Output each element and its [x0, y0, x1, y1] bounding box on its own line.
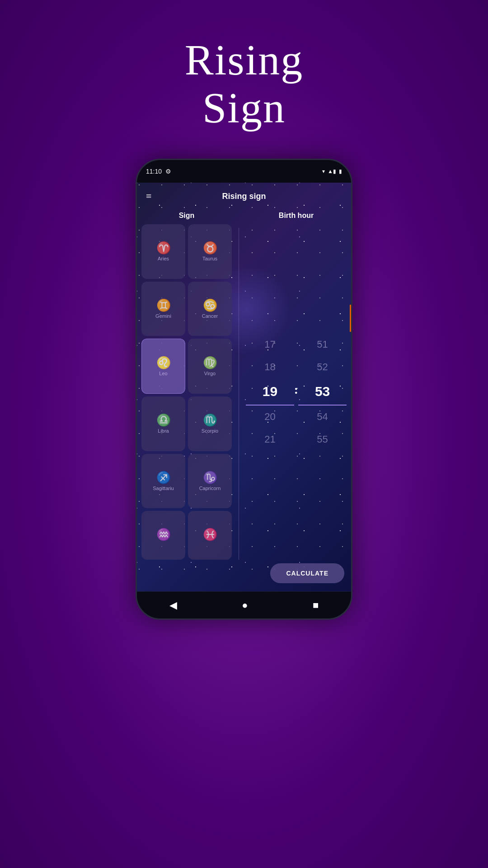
aries-label: Aries [158, 256, 169, 261]
aries-symbol: ♈ [156, 242, 171, 254]
libra-label: Libra [158, 428, 169, 434]
min-54[interactable]: 54 [298, 406, 347, 428]
hour-20[interactable]: 20 [246, 406, 294, 428]
cancer-label: Cancer [202, 313, 218, 319]
sagittarius-symbol: ♐ [156, 472, 171, 484]
sign-sagittarius[interactable]: ♐ Sagittariu [141, 454, 185, 508]
libra-symbol: ♎ [156, 415, 171, 426]
min-55[interactable]: 55 [298, 428, 347, 451]
sign-pisces[interactable]: ♓ [188, 511, 232, 560]
signal-icon: ▲▮ [328, 168, 336, 175]
sagittarius-label: Sagittariu [153, 486, 174, 491]
nav-bar: ◀ ● ■ [137, 591, 351, 618]
page-title: Rising Sign [185, 36, 304, 132]
sign-libra[interactable]: ♎ Libra [141, 396, 185, 451]
hours-column: 17 18 19 20 21 [246, 224, 294, 560]
sign-aries[interactable]: ♈ Aries [141, 224, 185, 278]
capricorn-label: Capricorn [199, 486, 221, 491]
sign-virgo[interactable]: ♍ Virgo [188, 339, 232, 394]
time-picker: 17 18 19 20 21 : 51 52 53 54 55 [246, 224, 347, 560]
settings-icon [165, 168, 171, 175]
gemini-label: Gemini [155, 313, 171, 319]
taurus-symbol: ♉ [203, 242, 217, 254]
scorpio-label: Scorpio [202, 428, 218, 434]
hamburger-menu[interactable]: ≡ [146, 190, 151, 202]
aquarius-symbol: ♒ [156, 529, 171, 541]
scorpio-symbol: ♏ [203, 415, 217, 426]
minutes-column: 51 52 53 54 55 [298, 224, 347, 560]
sign-aquarius[interactable]: ♒ [141, 511, 185, 560]
leo-label: Leo [159, 371, 167, 376]
app-topbar: ≡ Rising sign [137, 183, 351, 210]
nav-recent-icon[interactable]: ■ [313, 599, 319, 611]
calculate-button[interactable]: CALCULATE [270, 563, 344, 583]
status-bar: 11:10 ▾ ▲▮ ▮ [137, 160, 351, 183]
app-title: Rising sign [222, 192, 266, 201]
status-time: 11:10 [146, 168, 162, 175]
sign-capricorn[interactable]: ♑ Capricorn [188, 454, 232, 508]
sign-taurus[interactable]: ♉ Taurus [188, 224, 232, 278]
battery-icon: ▮ [339, 168, 342, 175]
gemini-symbol: ♊ [156, 300, 171, 311]
virgo-symbol: ♍ [203, 357, 217, 369]
column-divider [239, 228, 239, 560]
hour-21[interactable]: 21 [246, 428, 294, 451]
nav-back-icon[interactable]: ◀ [169, 599, 177, 611]
min-52[interactable]: 52 [298, 356, 347, 378]
capricorn-symbol: ♑ [203, 472, 217, 484]
sign-leo[interactable]: ♌ Leo [141, 339, 185, 394]
app-content: ≡ Rising sign Sign ♈ Aries ♉ Taurus [137, 183, 351, 591]
cancer-symbol: ♋ [203, 300, 217, 311]
hour-19[interactable]: 19 [246, 378, 294, 406]
sign-grid: ♈ Aries ♉ Taurus ♊ Gemini ♋ Cancer [141, 224, 232, 560]
nav-home-icon[interactable]: ● [242, 599, 248, 611]
virgo-label: Virgo [204, 371, 216, 376]
sign-scorpio[interactable]: ♏ Scorpio [188, 396, 232, 451]
wifi-icon: ▾ [322, 168, 325, 175]
sign-column: Sign ♈ Aries ♉ Taurus ♊ Gemini [137, 210, 236, 560]
hour-18[interactable]: 18 [246, 356, 294, 378]
min-53[interactable]: 53 [298, 378, 347, 406]
pisces-symbol: ♓ [203, 529, 217, 541]
side-button[interactable] [350, 305, 352, 332]
title-line1: Rising [185, 36, 304, 84]
sign-column-header: Sign [141, 210, 232, 220]
hour-17[interactable]: 17 [246, 333, 294, 356]
sign-cancer[interactable]: ♋ Cancer [188, 282, 232, 336]
birth-column: Birth hour 17 18 19 20 21 : 51 [241, 210, 351, 560]
sign-gemini[interactable]: ♊ Gemini [141, 282, 185, 336]
time-colon: : [294, 224, 298, 560]
main-layout: Sign ♈ Aries ♉ Taurus ♊ Gemini [137, 210, 351, 560]
taurus-label: Taurus [202, 256, 217, 261]
birth-column-header: Birth hour [246, 210, 347, 220]
min-51[interactable]: 51 [298, 333, 347, 356]
title-line2: Sign [185, 84, 304, 132]
phone-frame: 11:10 ▾ ▲▮ ▮ ≡ Rising sign Sign ♈ Aries [136, 159, 352, 620]
leo-symbol: ♌ [156, 357, 171, 369]
calculate-btn-area: CALCULATE [137, 560, 351, 591]
